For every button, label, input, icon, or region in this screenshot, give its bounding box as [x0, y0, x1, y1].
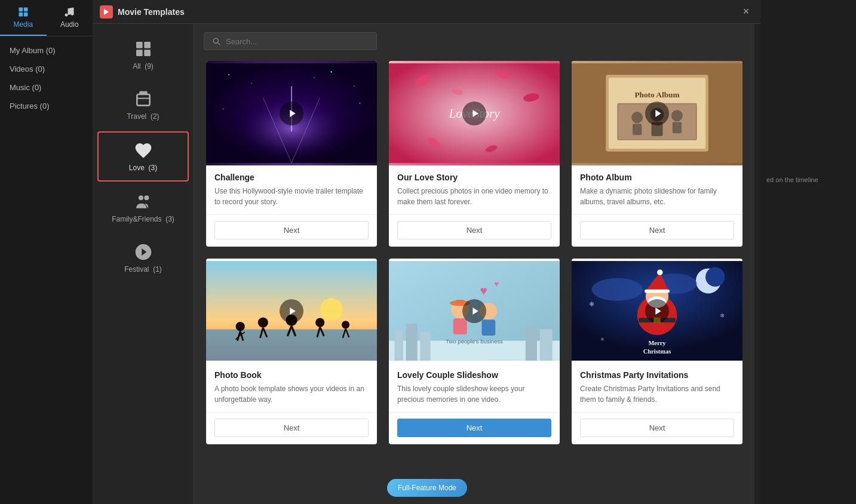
svg-point-69	[342, 321, 349, 328]
svg-rect-2	[19, 13, 23, 17]
app-right-panel: ed on the timeline	[760, 0, 856, 504]
svg-point-15	[144, 195, 149, 200]
next-button-photo-album[interactable]: Next	[580, 221, 734, 239]
sidebar-item-my-album[interactable]: My Album (0)	[0, 41, 93, 60]
card-footer-our-love-story: Next	[389, 214, 560, 247]
play-button-lovely-couple-slideshow[interactable]	[462, 299, 486, 323]
svg-rect-76	[406, 324, 418, 361]
svg-marker-28	[290, 110, 295, 117]
svg-rect-8	[144, 42, 151, 48]
template-thumbnail-challenge	[206, 61, 377, 165]
next-button-christmas[interactable]: Next	[580, 419, 734, 437]
card-body-christmas: Christmas Party Invitations Create Chris…	[572, 363, 743, 408]
modal-app-icon	[100, 5, 113, 19]
svg-point-23	[331, 71, 332, 72]
card-desc-challenge: Use this Hollywood-style movie trailer t…	[214, 186, 369, 207]
card-title-our-love-story: Our Love Story	[397, 173, 551, 182]
next-button-photo-book[interactable]: Next	[214, 419, 369, 437]
card-desc-christmas: Create Christmas Party Invitations and s…	[580, 383, 734, 405]
play-button-challenge[interactable]	[280, 102, 303, 125]
nav-item-all[interactable]: All (9)	[97, 31, 189, 79]
nav-item-love[interactable]: Love (3)	[97, 131, 189, 182]
template-card-photo-album[interactable]: Photo Album	[572, 61, 743, 247]
template-thumbnail-lovely-couple-slideshow: ♥ ♥	[389, 259, 560, 363]
card-title-christmas: Christmas Party Invitations	[580, 370, 734, 380]
template-thumbnail-our-love-story: LoveStory	[389, 61, 560, 165]
svg-rect-85	[453, 318, 467, 334]
svg-marker-37	[473, 110, 478, 117]
search-input[interactable]	[226, 37, 369, 46]
nav-item-travel[interactable]: Travel (2)	[97, 81, 189, 129]
svg-point-4	[65, 14, 68, 17]
svg-rect-9	[136, 50, 143, 56]
svg-rect-7	[136, 42, 143, 48]
svg-point-54	[320, 298, 343, 321]
sidebar-tabs: Media Audio	[0, 0, 93, 36]
svg-point-49	[671, 110, 683, 121]
svg-marker-51	[655, 110, 661, 117]
next-button-our-love-story[interactable]: Next	[397, 221, 551, 239]
svg-rect-87	[481, 319, 495, 336]
svg-point-5	[71, 13, 74, 16]
modal-body: All (9) Travel (2) Love (3) Family&Frien…	[93, 24, 762, 504]
svg-rect-1	[24, 8, 28, 12]
card-desc-photo-album: Make a dynamic photo slideshow for famil…	[580, 186, 734, 207]
modal-content-area: Challenge Use this Hollywood-style movie…	[194, 24, 754, 504]
svg-point-21	[228, 74, 229, 75]
sidebar-tab-audio[interactable]: Audio	[47, 0, 93, 36]
template-card-challenge[interactable]: Challenge Use this Hollywood-style movie…	[206, 61, 377, 247]
play-button-christmas[interactable]	[645, 299, 669, 323]
svg-text:♥: ♥	[494, 279, 499, 288]
template-card-photo-book[interactable]: Photo Book A photo book template shows y…	[206, 259, 377, 444]
card-body-photo-book: Photo Book A photo book template shows y…	[206, 363, 377, 408]
sidebar-item-pictures[interactable]: Pictures (0)	[0, 97, 93, 115]
templates-grid: Challenge Use this Hollywood-style movie…	[194, 59, 754, 504]
card-title-lovely-couple-slideshow: Lovely Couple Slideshow	[397, 370, 551, 380]
svg-text:♥: ♥	[480, 284, 487, 297]
svg-rect-77	[420, 332, 430, 361]
template-thumbnail-photo-book	[206, 259, 377, 363]
svg-rect-75	[395, 329, 403, 360]
svg-point-27	[314, 77, 314, 78]
svg-rect-98	[645, 290, 670, 293]
search-icon	[211, 36, 221, 46]
sidebar-item-music[interactable]: Music (0)	[0, 78, 93, 97]
svg-rect-78	[526, 327, 537, 361]
card-desc-photo-book: A photo book template shows your videos …	[214, 383, 369, 405]
card-body-lovely-couple-slideshow: Lovely Couple Slideshow This lovely coup…	[389, 363, 560, 408]
card-footer-lovely-couple-slideshow: Next	[389, 412, 560, 444]
svg-point-99	[657, 269, 663, 275]
template-card-christmas-party-invitations[interactable]: Merry Christmas ❄ ❄ ❄ Christmas Party In…	[572, 259, 743, 444]
play-button-photo-album[interactable]	[645, 102, 669, 125]
card-title-photo-album: Photo Album	[580, 173, 734, 182]
svg-rect-84	[456, 300, 464, 304]
nav-item-festival[interactable]: Festival (1)	[97, 234, 189, 282]
next-button-lovely-couple-slideshow[interactable]: Next	[397, 419, 551, 437]
svg-text:❄: ❄	[589, 300, 594, 308]
card-footer-christmas: Next	[572, 412, 743, 444]
template-thumbnail-photo-album: Photo Album	[572, 61, 743, 165]
sidebar-tab-media[interactable]: Media	[0, 0, 47, 36]
play-button-photo-book[interactable]	[280, 299, 303, 323]
app-sidebar: Media Audio My Album (0) Videos (0) Musi…	[0, 0, 93, 504]
template-card-lovely-couple-slideshow[interactable]: ♥ ♥	[389, 259, 560, 444]
template-thumbnail-christmas: Merry Christmas ❄ ❄ ❄	[572, 259, 743, 363]
modal-close-button[interactable]: ×	[738, 4, 754, 20]
sidebar-item-videos[interactable]: Videos (0)	[0, 60, 93, 78]
svg-text:Photo Album: Photo Album	[634, 90, 679, 99]
nav-item-family-friends[interactable]: Family&Friends (3)	[97, 184, 189, 232]
card-title-challenge: Challenge	[214, 173, 369, 182]
timeline-label: ed on the timeline	[760, 0, 856, 183]
play-button-our-love-story[interactable]	[462, 102, 486, 125]
svg-text:❄: ❄	[720, 312, 725, 319]
svg-rect-12	[137, 94, 149, 106]
card-footer-photo-book: Next	[206, 412, 377, 444]
card-body-our-love-story: Our Love Story Collect precious photos i…	[389, 165, 560, 211]
svg-point-55	[236, 322, 245, 331]
svg-point-60	[258, 317, 268, 327]
sidebar-items: My Album (0) Videos (0) Music (0) Pictur…	[0, 36, 93, 120]
next-button-challenge[interactable]: Next	[214, 221, 369, 239]
svg-rect-3	[24, 13, 28, 17]
template-card-our-love-story[interactable]: LoveStory Our Love Story Collect preciou…	[389, 61, 560, 247]
svg-point-25	[223, 108, 224, 109]
